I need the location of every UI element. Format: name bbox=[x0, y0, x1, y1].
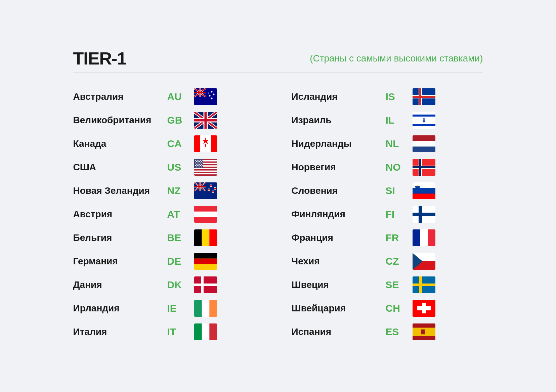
svg-point-92 bbox=[214, 187, 216, 189]
countries-grid: Австралия AU Исландия IS bbox=[73, 85, 483, 344]
svg-point-10 bbox=[211, 91, 212, 93]
country-code: GB bbox=[167, 115, 194, 126]
country-code: IE bbox=[167, 303, 194, 314]
list-item: США US bbox=[73, 156, 265, 179]
country-flag bbox=[194, 253, 217, 270]
country-flag bbox=[413, 135, 435, 152]
svg-point-101 bbox=[417, 185, 418, 186]
svg-point-75 bbox=[199, 167, 200, 168]
country-code: IL bbox=[386, 115, 413, 126]
svg-rect-112 bbox=[413, 229, 420, 246]
svg-point-70 bbox=[198, 165, 199, 166]
country-code: ES bbox=[386, 326, 413, 338]
svg-rect-41 bbox=[413, 147, 435, 153]
svg-rect-127 bbox=[194, 300, 202, 317]
list-item: Германия DE bbox=[73, 250, 265, 273]
svg-point-76 bbox=[201, 167, 202, 168]
country-code: FR bbox=[386, 232, 413, 244]
svg-rect-137 bbox=[421, 330, 425, 334]
svg-point-14 bbox=[208, 93, 209, 94]
svg-point-67 bbox=[201, 164, 202, 165]
list-item: Канада CA bbox=[73, 132, 265, 156]
country-code: IS bbox=[386, 91, 413, 102]
country-name: Швейцария bbox=[292, 303, 386, 314]
country-name: Италия bbox=[73, 326, 167, 337]
list-item: Италия IT bbox=[73, 320, 265, 344]
country-code: AT bbox=[167, 209, 194, 220]
country-flag bbox=[194, 300, 217, 317]
country-flag bbox=[413, 323, 435, 340]
svg-rect-133 bbox=[194, 323, 202, 340]
country-flag bbox=[194, 112, 217, 129]
list-item: Испания ES bbox=[292, 320, 483, 344]
svg-rect-19 bbox=[413, 96, 435, 98]
svg-point-11 bbox=[213, 94, 214, 95]
page-subtitle: (Страны с самыми высокими ставками) bbox=[310, 53, 483, 64]
svg-point-68 bbox=[195, 165, 196, 166]
list-item: Франция FR bbox=[292, 226, 483, 250]
svg-point-61 bbox=[198, 163, 199, 164]
country-code: SI bbox=[386, 185, 413, 197]
svg-rect-46 bbox=[194, 168, 217, 169]
svg-rect-106 bbox=[413, 213, 435, 216]
svg-rect-125 bbox=[413, 284, 435, 286]
country-flag bbox=[413, 112, 435, 129]
list-item: Великобритания GB bbox=[73, 108, 265, 132]
list-item: Дания DK bbox=[73, 273, 265, 297]
svg-point-55 bbox=[196, 161, 197, 162]
list-item: Австрия AT bbox=[73, 203, 265, 226]
country-code: FI bbox=[386, 209, 413, 220]
country-name: Германия bbox=[73, 256, 167, 267]
country-flag bbox=[413, 182, 435, 199]
svg-rect-113 bbox=[428, 229, 435, 246]
country-flag bbox=[194, 229, 217, 246]
svg-rect-103 bbox=[194, 212, 217, 217]
svg-rect-38 bbox=[205, 144, 206, 147]
header: TIER-1 (Страны с самыми высокими ставкам… bbox=[73, 48, 483, 69]
country-code: AU bbox=[167, 91, 194, 102]
svg-point-91 bbox=[210, 185, 212, 187]
list-item: Словения SI bbox=[292, 179, 483, 203]
country-name: Норвегия bbox=[292, 162, 386, 173]
country-code: NO bbox=[386, 162, 413, 173]
svg-rect-81 bbox=[413, 166, 435, 168]
country-flag bbox=[194, 323, 217, 340]
svg-point-56 bbox=[198, 161, 199, 162]
svg-point-53 bbox=[200, 160, 201, 161]
svg-point-62 bbox=[200, 163, 201, 164]
country-flag bbox=[194, 206, 217, 223]
country-flag bbox=[194, 88, 217, 105]
country-flag bbox=[413, 206, 435, 223]
country-name: Австралия bbox=[73, 91, 167, 102]
country-code: NL bbox=[386, 138, 413, 149]
country-flag bbox=[413, 276, 435, 293]
svg-point-59 bbox=[195, 163, 196, 164]
country-name: Канада bbox=[73, 138, 167, 149]
country-code: NZ bbox=[167, 185, 194, 197]
country-flag bbox=[413, 88, 435, 105]
country-code: US bbox=[167, 162, 194, 173]
svg-rect-47 bbox=[194, 171, 217, 172]
list-item: Швейцария CH bbox=[292, 297, 483, 320]
svg-rect-115 bbox=[194, 253, 217, 259]
list-item: Ирландия IE bbox=[73, 297, 265, 320]
svg-point-94 bbox=[208, 189, 210, 191]
country-flag bbox=[194, 135, 217, 152]
country-flag bbox=[413, 300, 435, 317]
list-item: Норвегия NO bbox=[292, 156, 483, 179]
svg-rect-128 bbox=[209, 300, 217, 317]
country-name: Чехия bbox=[292, 256, 386, 267]
country-code: CZ bbox=[386, 256, 413, 267]
country-name: Ирландия bbox=[73, 303, 167, 314]
svg-point-71 bbox=[200, 165, 201, 166]
country-flag bbox=[194, 276, 217, 293]
svg-point-74 bbox=[198, 167, 199, 168]
country-flag bbox=[413, 229, 435, 246]
list-item: Австралия AU bbox=[73, 85, 265, 108]
svg-rect-29 bbox=[413, 112, 435, 129]
list-item: Израиль IL bbox=[292, 108, 483, 132]
svg-point-60 bbox=[197, 163, 198, 164]
country-name: Великобритания bbox=[73, 115, 167, 126]
svg-point-54 bbox=[202, 160, 203, 161]
svg-rect-122 bbox=[194, 284, 217, 286]
